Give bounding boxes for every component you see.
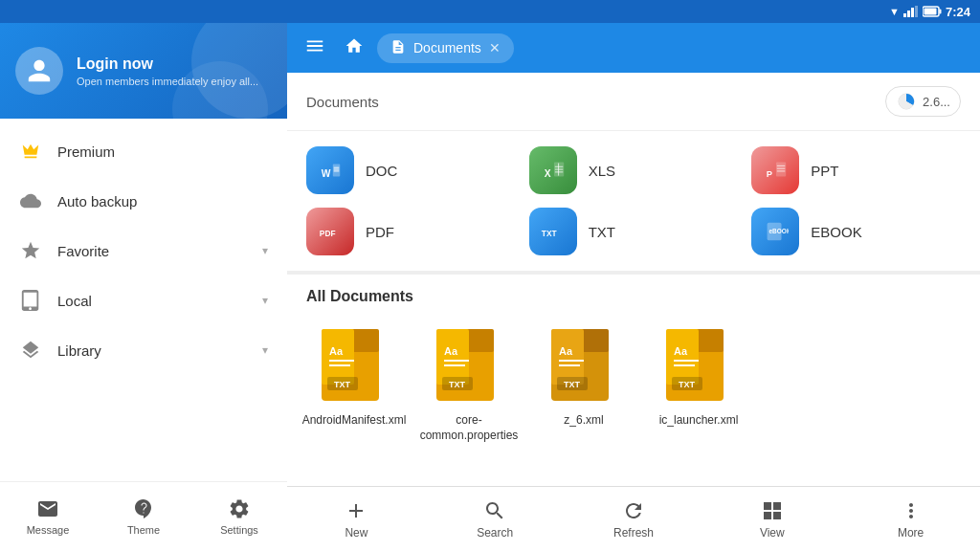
- svg-rect-1: [907, 11, 910, 17]
- documents-title: Documents: [306, 94, 379, 110]
- sidebar-item-favorite[interactable]: Favorite ▾: [0, 226, 287, 276]
- file-name: ic_launcher.xml: [659, 413, 739, 429]
- ppt-label: PPT: [811, 163, 838, 179]
- storage-pie-icon: [896, 91, 917, 112]
- sidebar-bottom: Message Theme Settings: [0, 481, 287, 551]
- svg-text:Aa: Aa: [559, 345, 573, 357]
- file-icon: Aa TXT: [658, 324, 740, 406]
- svg-text:X: X: [544, 168, 550, 179]
- theme-button[interactable]: Theme: [96, 490, 191, 543]
- file-icon: Aa TXT: [314, 324, 395, 406]
- battery-icon: [923, 6, 942, 17]
- svg-rect-0: [903, 13, 906, 17]
- crown-icon: [19, 140, 42, 163]
- file-name: AndroidManifest.xml: [302, 413, 407, 429]
- txt-icon: TXT: [529, 208, 577, 255]
- list-item[interactable]: Aa TXT core-common.properties: [421, 324, 517, 471]
- list-item[interactable]: Aa TXT AndroidManifest.xml: [306, 324, 402, 471]
- svg-rect-29: [352, 329, 379, 352]
- refresh-icon: [622, 499, 645, 522]
- sidebar-item-autobackup[interactable]: Auto backup: [0, 176, 287, 226]
- theme-label: Theme: [127, 524, 160, 536]
- more-button[interactable]: More: [841, 487, 980, 551]
- svg-rect-5: [939, 10, 941, 14]
- filetype-ebook[interactable]: eBOOK EBOOK: [751, 208, 961, 255]
- svg-rect-6: [924, 9, 936, 15]
- list-item[interactable]: Aa TXT ic_launcher.xml: [651, 324, 746, 471]
- sidebar-user-info: Login now Open members immediately enjoy…: [77, 55, 258, 87]
- all-documents-section: All Documents Aa TXT AndroidManif: [287, 275, 980, 486]
- svg-rect-20: [776, 163, 786, 177]
- filetype-doc[interactable]: W DOC: [306, 146, 516, 194]
- filetype-ppt[interactable]: P PPT: [751, 146, 961, 194]
- doc-label: DOC: [366, 163, 397, 179]
- more-icon: [900, 499, 923, 522]
- svg-text:Aa: Aa: [444, 345, 458, 357]
- all-documents-header: All Documents: [287, 275, 980, 315]
- view-icon: [761, 499, 784, 522]
- tab-label: Documents: [413, 40, 481, 55]
- new-icon: [345, 499, 368, 522]
- svg-text:Aa: Aa: [674, 345, 688, 357]
- sidebar: Login now Open members immediately enjoy…: [0, 23, 287, 551]
- svg-text:W: W: [322, 168, 331, 179]
- sidebar-item-premium[interactable]: Premium: [0, 126, 287, 176]
- hamburger-menu-button[interactable]: [299, 30, 331, 67]
- documents-tab[interactable]: Documents ✕: [377, 33, 514, 63]
- sidebar-header[interactable]: Login now Open members immediately enjoy…: [0, 23, 287, 119]
- svg-rect-45: [582, 329, 609, 352]
- svg-text:TXT: TXT: [449, 380, 466, 389]
- status-bar: ▼ 7:24: [0, 0, 980, 23]
- pdf-label: PDF: [366, 224, 394, 240]
- svg-rect-3: [915, 6, 918, 17]
- home-button[interactable]: [341, 33, 368, 63]
- new-button[interactable]: New: [287, 487, 426, 551]
- layers-icon: [19, 339, 42, 362]
- svg-rect-54: [666, 329, 699, 385]
- doc-icon: W: [306, 146, 354, 194]
- local-label: Local: [57, 293, 247, 309]
- message-label: Message: [27, 524, 70, 536]
- message-icon: [36, 497, 59, 520]
- xls-label: XLS: [589, 163, 615, 179]
- svg-rect-38: [436, 329, 469, 385]
- sidebar-subtitle: Open members immediately enjoy all...: [77, 76, 258, 87]
- doc-files-grid: Aa TXT AndroidManifest.xml Aa: [287, 315, 980, 486]
- svg-text:TXT: TXT: [542, 229, 558, 238]
- filetype-xls[interactable]: X XLS: [529, 146, 739, 194]
- file-name: core-common.properties: [420, 413, 519, 443]
- tab-document-icon: [390, 39, 406, 57]
- top-bar: Documents ✕: [287, 23, 980, 73]
- svg-text:PDF: PDF: [320, 229, 336, 238]
- svg-rect-2: [911, 8, 914, 17]
- ebook-label: EBOOK: [811, 224, 861, 240]
- file-name: z_6.xml: [564, 413, 603, 429]
- star-icon: [19, 239, 42, 262]
- list-item[interactable]: Aa TXT z_6.xml: [536, 324, 632, 471]
- svg-rect-9: [333, 164, 340, 176]
- sidebar-item-local[interactable]: Local ▾: [0, 276, 287, 325]
- txt-label: TXT: [589, 224, 615, 240]
- search-icon: [483, 499, 506, 522]
- filetype-pdf[interactable]: PDF PDF: [306, 208, 516, 255]
- ppt-icon: P: [751, 146, 799, 194]
- settings-button[interactable]: Settings: [191, 490, 287, 543]
- message-button[interactable]: Message: [0, 490, 96, 543]
- more-label: More: [898, 526, 924, 540]
- tablet-icon: [19, 289, 42, 312]
- wifi-icon: ▼: [889, 6, 900, 17]
- library-arrow-icon: ▾: [262, 343, 268, 357]
- svg-text:Aa: Aa: [329, 345, 344, 357]
- tab-close-button[interactable]: ✕: [489, 40, 501, 55]
- refresh-button[interactable]: Refresh: [565, 487, 703, 551]
- favorite-arrow-icon: ▾: [262, 244, 268, 257]
- filetype-grid: W DOC X: [287, 131, 980, 275]
- library-label: Library: [57, 342, 247, 359]
- search-button[interactable]: Search: [426, 487, 565, 551]
- view-label: View: [760, 526, 785, 540]
- view-button[interactable]: View: [702, 487, 841, 551]
- status-icons: ▼ 7:24: [889, 5, 970, 19]
- sidebar-login-label: Login now: [77, 55, 258, 73]
- sidebar-item-library[interactable]: Library ▾: [0, 325, 287, 375]
- filetype-txt[interactable]: TXT TXT: [529, 208, 739, 255]
